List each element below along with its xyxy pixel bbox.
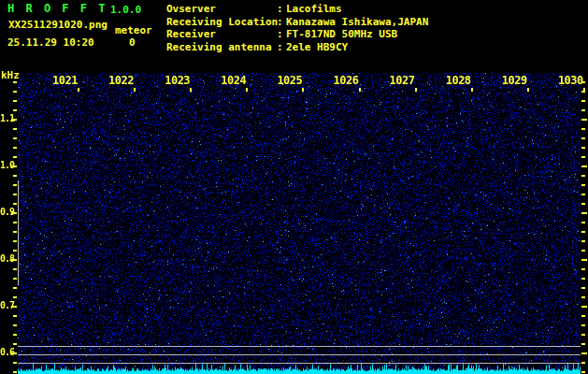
reference-line [18, 363, 581, 364]
freq-tick [581, 212, 587, 214]
time-tick [415, 88, 417, 92]
freq-tick [13, 91, 17, 93]
freq-label: 0.8 [0, 253, 13, 264]
freq-tick [13, 137, 17, 139]
time-label: 1026 [334, 74, 359, 87]
freq-tick [13, 100, 17, 102]
freq-tick [581, 128, 585, 130]
station-info-row: Receiving antenna:2ele HB9CY [166, 41, 428, 54]
time-tick [246, 88, 248, 92]
station-info-value: Kanazawa Ishikawa,JAPAN [286, 16, 428, 28]
time-tick [78, 88, 79, 92]
station-info-row: Receiving Location:Kanazawa Ishikawa,JAP… [166, 16, 428, 29]
app-version: 1.0.0 [110, 4, 141, 16]
app-title: H R O F F T [7, 2, 108, 15]
freq-tick [13, 156, 17, 158]
freq-tick [581, 306, 587, 308]
station-info-label: Ovserver [166, 3, 277, 16]
freq-tick [13, 343, 17, 345]
station-info-label: Receiving Location [166, 16, 277, 29]
station-info-row: Ovserver:Lacofilms [166, 3, 428, 16]
station-info-value: FT-817ND 50MHz USB [286, 28, 397, 40]
freq-tick [581, 240, 585, 242]
freq-label: 1.0 [0, 160, 13, 170]
reference-line [18, 346, 581, 347]
time-label: 1030 [558, 74, 583, 87]
freq-tick [13, 147, 17, 149]
time-tick [190, 88, 192, 92]
freq-label: 0.9 [0, 207, 13, 217]
freq-tick [581, 362, 585, 364]
time-tick [527, 88, 529, 92]
station-info-row: Receiver:FT-817ND 50MHz USB [166, 28, 428, 41]
freq-tick [13, 184, 17, 186]
freq-tick [13, 371, 17, 373]
meteor-count: 0 [129, 36, 136, 49]
output-filename: XX2511291020.png [8, 19, 108, 31]
freq-tick [13, 240, 17, 242]
freq-label: 0.6 [0, 347, 13, 357]
freq-label: 0.7 [0, 300, 13, 310]
freq-tick [581, 175, 585, 177]
time-label: 1022 [108, 74, 134, 87]
freq-tick [13, 315, 17, 317]
colon-separator: : [277, 16, 286, 29]
freq-tick [581, 250, 585, 252]
freq-tick [581, 137, 585, 139]
freq-tick [13, 231, 17, 233]
freq-tick [581, 109, 585, 111]
freq-tick [581, 147, 585, 149]
freq-tick [581, 184, 585, 186]
colon-separator: : [277, 28, 286, 41]
freq-tick [13, 109, 17, 111]
station-info: Ovserver:LacofilmsReceiving Location:Kan… [166, 3, 428, 53]
freq-tick [13, 324, 17, 326]
freq-tick [581, 119, 587, 121]
time-label: 1028 [446, 74, 471, 87]
freq-tick [581, 287, 585, 289]
freq-tick [13, 175, 17, 177]
time-label: 1023 [165, 74, 190, 87]
time-tick [302, 88, 304, 92]
station-info-value: 2ele HB9CY [286, 41, 348, 53]
freq-label: 1.1 [0, 113, 13, 123]
mode-label: meteor [115, 24, 152, 36]
freq-tick [581, 268, 585, 270]
freq-tick [581, 343, 585, 345]
freq-tick [13, 296, 17, 298]
time-label: 1024 [221, 74, 246, 87]
freq-tick [13, 81, 17, 83]
spectrogram [18, 73, 581, 374]
freq-tick [581, 203, 585, 205]
freq-tick [13, 194, 17, 195]
freq-tick [13, 278, 17, 280]
freq-tick [13, 334, 17, 336]
time-tick [134, 88, 136, 92]
time-label: 1029 [502, 74, 527, 87]
colon-separator: : [277, 3, 286, 16]
time-tick [583, 88, 585, 92]
y-axis-unit-label: kHz [1, 69, 20, 81]
freq-tick [581, 334, 585, 336]
time-tick [471, 88, 473, 92]
freq-tick [13, 362, 17, 364]
time-label: 1025 [277, 74, 302, 87]
freq-tick [581, 371, 585, 373]
freq-tick [581, 165, 587, 167]
freq-tick [13, 287, 17, 289]
time-tick [359, 88, 361, 92]
colon-separator: : [277, 41, 286, 54]
freq-tick [581, 194, 585, 195]
freq-tick [581, 352, 587, 354]
freq-tick [13, 222, 17, 223]
station-info-value: Lacofilms [286, 3, 342, 15]
freq-tick [581, 296, 585, 298]
reference-line [18, 354, 581, 355]
freq-tick [581, 222, 585, 223]
freq-tick [13, 203, 17, 205]
hrofft-output: H R O F F T 1.0.0 XX2511291020.png meteo… [0, 0, 588, 374]
marker-line [18, 180, 19, 285]
freq-tick [13, 268, 17, 270]
freq-tick [13, 128, 17, 130]
freq-tick [581, 315, 585, 317]
